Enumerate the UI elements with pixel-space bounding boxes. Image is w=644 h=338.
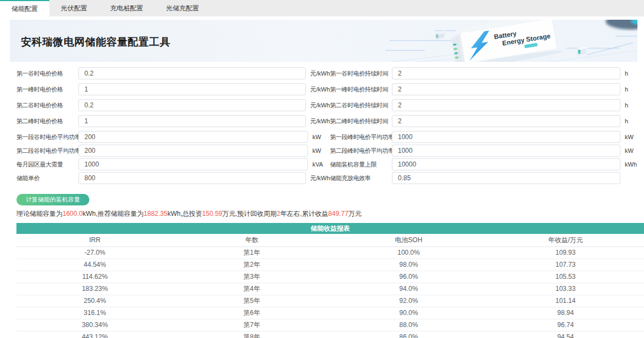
table-column-header: 电池SOH [330,234,487,247]
form-row: 第一峰时电价价格元/kWh [16,83,330,95]
form-label: 储能充放电效率 [330,174,392,182]
form-label: 第二峰时电价价格 [16,117,78,125]
report-table-title: 储能收益报表 [16,223,644,234]
report-table: 储能收益报表 IRR年数电池SOH年收益/万元 -27.0%第1年100.0%1… [16,223,644,338]
form-label: 第二谷时电价价格 [16,101,78,110]
table-column-header: 年收益/万元 [487,234,644,247]
form-label: 第一谷时电价价格 [16,70,78,78]
form-input[interactable] [392,83,620,95]
table-cell: 44.54% [16,259,173,271]
table-cell: 183.23% [16,283,173,295]
form-label: 第一谷时电价持续时间 [330,70,392,78]
table-cell: 316.1% [16,307,173,319]
form-input[interactable] [78,115,306,127]
table-cell: 第7年 [173,319,330,331]
form-unit: h [620,86,642,93]
calculate-capacity-button[interactable]: 计算储能的装机容量 [16,194,89,205]
table-cell: 98.94 [487,307,644,319]
form-input[interactable] [78,172,306,184]
result-value: 1882.35 [144,210,167,217]
form-input[interactable] [78,99,306,111]
result-text: 万元 [349,210,362,217]
config-form: 第一谷时电价价格元/kWh第一峰时电价价格元/kWh第二谷时电价价格元/kWh第… [0,62,644,186]
form-input[interactable] [392,99,620,111]
form-row: 第二段峰时电价平均功率kW [330,145,642,157]
form-unit: 元/kWh [306,101,330,110]
form-input[interactable] [392,115,620,127]
tab-bar: 储能配置光伏配置充电桩配置光储充配置 [0,0,644,16]
result-text: kWh,推荐储能容量为 [83,210,144,217]
table-cell: 第3年 [173,271,330,283]
form-input[interactable] [392,145,620,157]
form-label: 第一峰时电价价格 [16,85,78,94]
form-label: 第二谷时电价持续时间 [330,101,392,110]
form-label: 第一段谷时电价平均功率 [16,133,78,141]
table-cell: 107.73 [487,259,644,271]
table-cell: 380.34% [16,319,173,331]
form-label: 每月园区最大需量 [16,161,78,169]
page-title: 安科瑞微电网储能容量配置工具 [21,35,170,49]
table-header-row: IRR年数电池SOH年收益/万元 [16,234,644,247]
form-input[interactable] [78,145,308,157]
form-row: 第二谷时电价持续时间h [330,99,642,111]
form-input[interactable] [392,158,620,170]
table-cell: 96.74 [487,319,644,331]
tab-0[interactable]: 储能配置 [0,0,49,16]
result-text: 万元,预计回收周期 [222,210,276,217]
form-unit: h [620,118,642,124]
result-text: kWh,总投资 [167,210,202,217]
form-unit: 元/kWh [306,70,330,78]
mini-cube-left [436,31,448,39]
table-row: 443.12%第8年86.0%94.54 [16,331,644,338]
result-text: 年左右,累计收益 [281,210,328,217]
form-label: 储能单价 [16,174,78,182]
form-input[interactable] [392,172,620,184]
form-label: 储能装机容量上限 [330,161,392,169]
table-cell: 105.53 [487,271,644,283]
form-column-right: 第一谷时电价持续时间h第一峰时电价持续时间h第二谷时电价持续时间h第二峰时电价持… [330,67,642,186]
form-unit: h [620,70,642,77]
table-row: 183.23%第4年94.0%103.33 [16,283,644,295]
tab-3[interactable]: 光储充配置 [155,0,210,16]
form-label: 第二段峰时电价平均功率 [330,147,392,155]
form-input[interactable] [392,67,620,79]
result-value: 1600.0 [62,210,83,217]
form-row: 储能装机容量上限kWh [330,158,642,170]
table-cell: 94.0% [330,283,487,295]
table-cell: 第6年 [173,307,330,319]
table-cell: 94.54 [487,331,644,338]
battery-storage-illustration: Battery Energy Storage [385,20,637,62]
table-cell: 92.0% [330,295,487,307]
table-column-header: 年数 [173,234,330,247]
result-value: 849.77 [328,210,349,217]
table-cell: 103.33 [487,283,644,295]
form-input[interactable] [78,131,308,143]
table-cell: -27.0% [16,247,173,259]
table-cell: 101.14 [487,295,644,307]
form-row: 第一段峰时电价平均功率kW [330,131,642,143]
table-row: 114.62%第3年96.0%105.53 [16,271,644,283]
form-row: 每月园区最大需量kVA [16,158,330,170]
tab-1[interactable]: 光伏配置 [49,0,99,16]
page-header: 安科瑞微电网储能容量配置工具 [10,20,637,62]
form-label: 第二段谷时电价平均功率 [16,147,78,155]
table-body: -27.0%第1年100.0%109.9344.54%第2年98.0%107.7… [16,247,644,338]
form-row: 第一谷时电价持续时间h [330,67,642,79]
form-label: 第二峰时电价持续时间 [330,117,392,125]
form-unit: kWh [620,161,642,168]
form-input[interactable] [78,83,306,95]
table-cell: 88.0% [330,319,487,331]
form-label: 第一峰时电价持续时间 [330,85,392,94]
table-cell: 100.0% [330,247,487,259]
table-cell: 90.0% [330,307,487,319]
form-input[interactable] [392,131,620,143]
form-input[interactable] [78,67,306,79]
form-unit: 元/kWh [306,174,330,182]
table-cell: 250.4% [16,295,173,307]
tab-2[interactable]: 充电桩配置 [99,0,155,16]
form-row: 储能单价元/kWh [16,172,330,184]
battery-box: Battery Energy Storage [447,20,562,62]
form-unit: kW [308,147,330,154]
form-input[interactable] [78,158,308,170]
form-label: 第一段峰时电价平均功率 [330,133,392,141]
